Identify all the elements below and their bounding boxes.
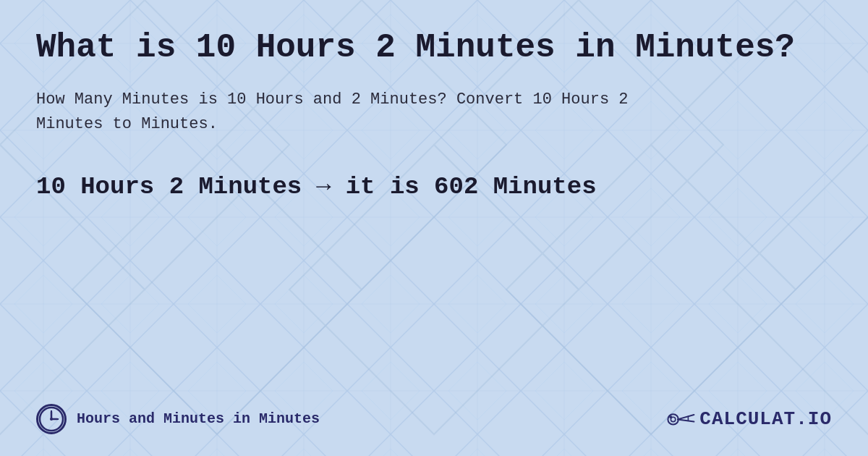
svg-point-18 — [50, 418, 53, 421]
description-text: How Many Minutes is 10 Hours and 2 Minut… — [36, 88, 687, 137]
result-arrow: → — [316, 173, 331, 200]
footer-left: Hours and Minutes in Minutes — [36, 404, 320, 434]
svg-point-19 — [668, 414, 678, 424]
clock-icon — [36, 404, 67, 434]
svg-line-22 — [678, 419, 694, 421]
page-title: What is 10 Hours 2 Minutes in Minutes? — [36, 29, 832, 67]
footer: Hours and Minutes in Minutes CALCULAT.IO — [36, 389, 832, 434]
svg-point-24 — [670, 415, 673, 418]
logo-area: CALCULAT.IO — [666, 408, 832, 430]
footer-label: Hours and Minutes in Minutes — [77, 410, 320, 427]
result-section: 10 Hours 2 Minutes → it is 602 Minutes — [36, 173, 832, 200]
result-input: 10 Hours 2 Minutes — [36, 173, 302, 200]
result-display: 10 Hours 2 Minutes → it is 602 Minutes — [36, 173, 832, 200]
svg-point-15 — [40, 408, 63, 431]
logo-icon — [666, 408, 695, 430]
svg-line-21 — [678, 415, 694, 419]
logo-text: CALCULAT.IO — [699, 408, 832, 430]
result-output: it is 602 Minutes — [346, 173, 597, 200]
